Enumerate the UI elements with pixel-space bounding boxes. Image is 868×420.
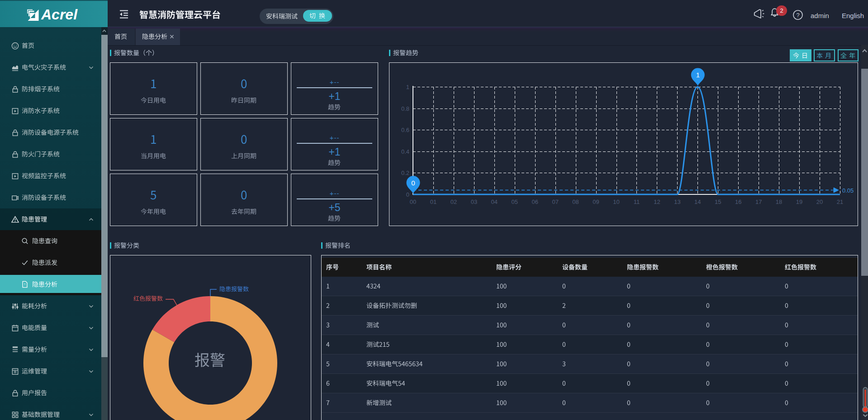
svg-text:?: ? xyxy=(796,12,799,19)
